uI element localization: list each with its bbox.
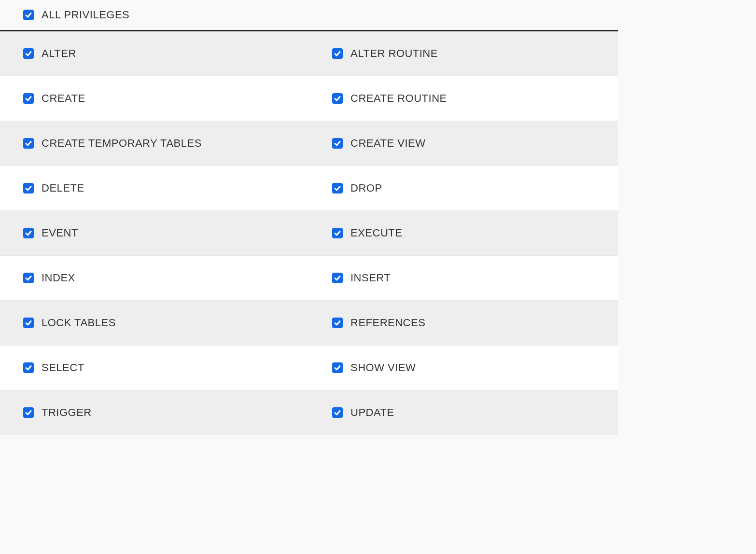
privilege-label[interactable]: ALTER	[42, 47, 76, 60]
privilege-label[interactable]: CREATE TEMPORARY TABLES	[42, 137, 202, 150]
checkmark-icon	[25, 50, 32, 57]
privilege-cell: ALTER ROUTINE	[309, 31, 618, 76]
privilege-cell: DROP	[309, 166, 618, 210]
privilege-cell: CREATE ROUTINE	[309, 76, 618, 121]
privilege-cell: EVENT	[0, 211, 309, 255]
checkmark-icon	[334, 229, 341, 237]
privilege-checkbox-create-temporary-tables[interactable]	[23, 138, 34, 149]
privilege-cell: INDEX	[0, 256, 309, 300]
checkmark-icon	[25, 184, 32, 192]
privilege-row: LOCK TABLES REFERENCES	[0, 301, 618, 346]
privilege-row: SELECT SHOW VIEW	[0, 346, 618, 390]
privilege-checkbox-create-view[interactable]	[332, 138, 343, 149]
privilege-label[interactable]: CREATE VIEW	[350, 137, 425, 150]
privilege-cell: LOCK TABLES	[0, 301, 309, 345]
privilege-label[interactable]: CREATE	[42, 92, 85, 105]
privilege-checkbox-create-routine[interactable]	[332, 93, 343, 104]
checkmark-icon	[334, 319, 341, 327]
privilege-cell: REFERENCES	[309, 301, 618, 345]
privilege-row: DELETE DROP	[0, 166, 618, 211]
privilege-checkbox-update[interactable]	[332, 407, 343, 418]
privilege-cell: TRIGGER	[0, 390, 309, 435]
privilege-cell: ALTER	[0, 31, 309, 76]
checkmark-icon	[25, 274, 32, 282]
checkmark-icon	[25, 229, 32, 237]
privilege-label[interactable]: INDEX	[42, 272, 75, 284]
privilege-checkbox-create[interactable]	[23, 93, 34, 104]
privilege-label[interactable]: SHOW VIEW	[350, 361, 416, 374]
privilege-cell: CREATE TEMPORARY TABLES	[0, 121, 309, 166]
privilege-cell: UPDATE	[309, 390, 618, 435]
privilege-label[interactable]: DROP	[350, 182, 382, 194]
privilege-cell: EXECUTE	[309, 211, 618, 255]
privilege-label[interactable]: LOCK TABLES	[42, 317, 116, 329]
privilege-checkbox-select[interactable]	[23, 362, 34, 373]
privilege-checkbox-show-view[interactable]	[332, 362, 343, 373]
privilege-row: CREATE CREATE ROUTINE	[0, 76, 618, 121]
privilege-cell: SHOW VIEW	[309, 346, 618, 390]
privilege-cell: DELETE	[0, 166, 309, 210]
checkmark-icon	[334, 184, 341, 192]
privilege-label[interactable]: EVENT	[42, 227, 78, 239]
privilege-row: CREATE TEMPORARY TABLES CREATE VIEW	[0, 121, 618, 166]
privilege-label[interactable]: ALTER ROUTINE	[350, 47, 438, 60]
privileges-panel: ALL PRIVILEGES ALTER ALTER ROUTINE CREAT…	[0, 0, 618, 435]
privilege-checkbox-alter[interactable]	[23, 48, 34, 59]
privilege-checkbox-delete[interactable]	[23, 183, 34, 194]
privilege-cell: SELECT	[0, 346, 309, 390]
all-privileges-checkbox[interactable]	[23, 10, 34, 20]
checkmark-icon	[25, 409, 32, 416]
checkmark-icon	[334, 364, 341, 372]
privilege-label[interactable]: INSERT	[350, 272, 391, 284]
checkmark-icon	[334, 95, 341, 102]
all-privileges-label[interactable]: ALL PRIVILEGES	[42, 9, 129, 21]
privilege-cell: CREATE VIEW	[309, 121, 618, 166]
privilege-checkbox-event[interactable]	[23, 228, 34, 238]
privilege-checkbox-index[interactable]	[23, 273, 34, 283]
checkmark-icon	[25, 11, 32, 19]
privilege-checkbox-trigger[interactable]	[23, 407, 34, 418]
privilege-row: TRIGGER UPDATE	[0, 390, 618, 435]
privilege-label[interactable]: CREATE ROUTINE	[350, 92, 447, 105]
privilege-checkbox-execute[interactable]	[332, 228, 343, 238]
privilege-label[interactable]: TRIGGER	[42, 406, 92, 419]
checkmark-icon	[334, 409, 341, 416]
privilege-row: EVENT EXECUTE	[0, 211, 618, 256]
privilege-cell: INSERT	[309, 256, 618, 300]
all-privileges-row: ALL PRIVILEGES	[0, 0, 618, 31]
privilege-checkbox-alter-routine[interactable]	[332, 48, 343, 59]
privilege-row: INDEX INSERT	[0, 256, 618, 301]
privilege-cell: CREATE	[0, 76, 309, 121]
checkmark-icon	[334, 50, 341, 57]
checkmark-icon	[25, 95, 32, 102]
privilege-checkbox-insert[interactable]	[332, 273, 343, 283]
privilege-label[interactable]: DELETE	[42, 182, 84, 194]
privilege-label[interactable]: SELECT	[42, 361, 84, 374]
privilege-checkbox-references[interactable]	[332, 318, 343, 328]
checkmark-icon	[25, 139, 32, 147]
checkmark-icon	[25, 319, 32, 327]
privilege-label[interactable]: UPDATE	[350, 406, 394, 419]
privilege-rows: ALTER ALTER ROUTINE CREATE CREATE ROUTIN…	[0, 31, 618, 435]
privilege-checkbox-drop[interactable]	[332, 183, 343, 194]
privilege-row: ALTER ALTER ROUTINE	[0, 31, 618, 76]
checkmark-icon	[25, 364, 32, 372]
checkmark-icon	[334, 139, 341, 147]
privilege-checkbox-lock-tables[interactable]	[23, 318, 34, 328]
checkmark-icon	[334, 274, 341, 282]
privilege-label[interactable]: REFERENCES	[350, 317, 425, 329]
privilege-label[interactable]: EXECUTE	[350, 227, 402, 239]
